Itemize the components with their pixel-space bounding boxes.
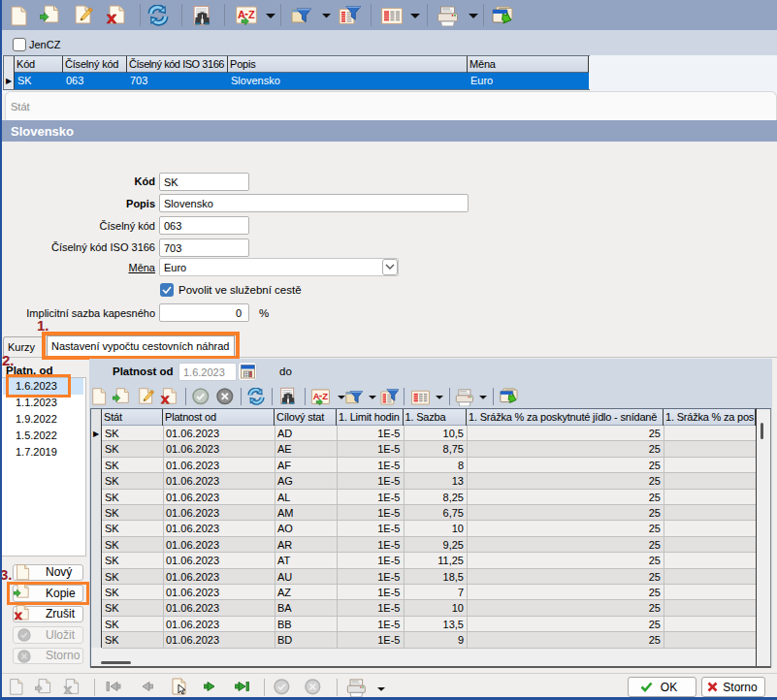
svg-text:Z: Z bbox=[322, 391, 328, 401]
svg-text:A: A bbox=[238, 9, 245, 20]
svg-text:Z: Z bbox=[248, 9, 255, 20]
svg-text:A: A bbox=[313, 391, 320, 401]
